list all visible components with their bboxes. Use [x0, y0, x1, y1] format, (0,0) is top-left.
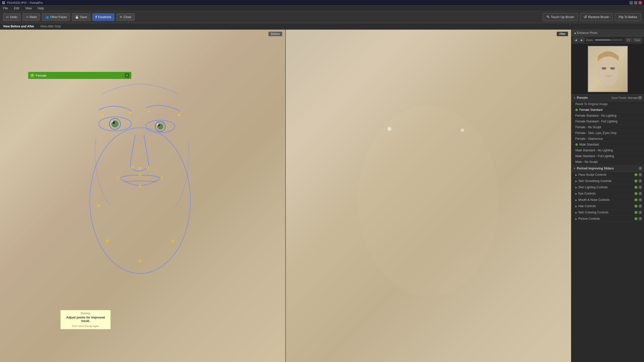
preset-male-dot — [575, 143, 578, 146]
slider-skin-smoothing[interactable]: ▶ Skin Smoothing Controls ? — [571, 178, 644, 184]
slider-picture-controls-label: Picture Controls — [578, 217, 634, 220]
svg-point-32 — [610, 67, 615, 70]
presets-actions: Save Preset Manage — [611, 96, 638, 99]
before-panel: ? Female × Dismiss Adjust points for imp… — [0, 30, 286, 362]
face-button[interactable]: Face — [633, 38, 642, 42]
touch-up-brush-label: Touch Up Brush — [551, 15, 574, 19]
svg-point-25 — [178, 114, 180, 116]
other-faces-button[interactable]: Other Faces — [42, 13, 70, 21]
slider-eye-controls-dot — [634, 192, 637, 195]
female-label-bar: ? Female × — [28, 72, 131, 79]
forward-button[interactable]: ▶ — [579, 37, 584, 42]
save-label: Save — [80, 15, 87, 19]
preset-item-female-full-lighting[interactable]: Female Standard - Full Lighting — [571, 119, 644, 124]
svg-point-27 — [387, 127, 391, 131]
enhance-photo-label: Enhance Photo — [577, 31, 597, 35]
restore-icon: ↺ — [584, 15, 587, 19]
preset-item-female-no-lighting[interactable]: Female Standard - No Lighting — [571, 113, 644, 119]
undo-button[interactable]: Undo — [3, 13, 21, 21]
svg-point-26 — [358, 105, 499, 296]
preset-item-female-glamorous[interactable]: Female - Glamorous — [571, 136, 644, 142]
redo-button[interactable]: Redo — [23, 13, 40, 21]
fit-button[interactable]: Fit — [626, 38, 632, 42]
menu-help[interactable]: Help — [37, 6, 45, 11]
preset-male-no-lighting-label: Male Standard - No Lighting — [575, 149, 613, 152]
svg-point-31 — [601, 67, 607, 70]
menu-file[interactable]: File — [2, 6, 9, 11]
zoom-slider[interactable] — [595, 39, 623, 40]
maximize-button[interactable]: □ — [634, 1, 637, 5]
menu-view[interactable]: View — [24, 6, 33, 11]
preset-item-reset[interactable]: Reset To Original Image — [571, 101, 644, 107]
manage-presets-button[interactable]: Manage — [628, 96, 638, 99]
zoom-label: Zoom — [586, 38, 593, 41]
menu-edit[interactable]: Edit — [13, 6, 20, 11]
female-bar-close-button[interactable]: × — [125, 73, 129, 78]
slider-skin-lighting-label: Skin Lighting Controls — [578, 186, 634, 189]
slider-mouth-nose-help[interactable]: ? — [638, 198, 642, 202]
thumbnail-nav: ◀ ▶ Zoom Fit Face — [571, 36, 644, 44]
enhance-photo-header: ◀ Enhance Photo — [571, 30, 644, 36]
close-label: Close — [124, 15, 131, 19]
facebook-button[interactable]: f Facebook — [92, 13, 114, 21]
svg-point-21 — [172, 240, 174, 242]
restore-brush-button[interactable]: ↺ Restore Brush — [580, 13, 613, 21]
female-label-text: Female — [36, 74, 47, 77]
dont-show-button[interactable]: Don't show this tip again — [63, 325, 108, 328]
flip-to-before-label: Flip To Before — [619, 15, 637, 19]
preset-item-male-standard[interactable]: Male Standard — [571, 142, 644, 148]
view-before-after-button[interactable]: View Before and After — [2, 24, 35, 29]
slider-skin-lighting-dot — [634, 186, 637, 189]
touch-up-brush-button[interactable]: ✎ Touch Up Brush — [543, 13, 578, 21]
view-after-only-button[interactable]: View After Only — [39, 24, 62, 29]
facebook-label: Facebook — [98, 15, 111, 19]
back-button[interactable]: ◀ — [573, 37, 578, 42]
preset-item-male-no-sculpt[interactable]: Male - No Sculpt — [571, 159, 644, 165]
slider-skin-smoothing-dot — [634, 179, 637, 183]
minimize-button[interactable]: _ — [629, 1, 633, 5]
save-preset-button[interactable]: Save Preset — [611, 96, 626, 99]
presets-help-icon[interactable]: ? — [638, 96, 642, 100]
slider-skin-coloring-help[interactable]: ? — [638, 211, 642, 214]
slider-skin-smoothing-help[interactable]: ? — [638, 179, 642, 183]
dismiss-button[interactable]: Dismiss — [63, 312, 108, 315]
slider-skin-lighting-help[interactable]: ? — [638, 186, 642, 189]
slider-hair-controls-help[interactable]: ? — [638, 204, 642, 208]
other-faces-label: Other Faces — [50, 15, 67, 19]
question-mark-icon[interactable]: ? — [30, 73, 34, 77]
preset-item-female-standard[interactable]: Female Standard — [571, 107, 644, 113]
slider-picture-controls-help[interactable]: ? — [638, 217, 642, 220]
undo-icon — [6, 15, 9, 19]
preset-item-male-no-lighting[interactable]: Male Standard - No Lighting — [571, 148, 644, 153]
slider-face-sculpt-help[interactable]: ? — [638, 173, 642, 176]
slider-skin-coloring[interactable]: ▶ Skin Coloring Controls ? — [571, 209, 644, 216]
preset-reset-label: Reset To Original Image — [575, 102, 608, 106]
save-button[interactable]: Save — [72, 13, 90, 21]
undo-label: Undo — [10, 15, 17, 19]
close-button[interactable]: Close — [116, 13, 135, 21]
preset-item-female-skin-lips[interactable]: Female - Skin, Lips, Eyes Only — [571, 130, 644, 136]
slider-picture-controls[interactable]: ▶ Picture Controls ? — [571, 216, 644, 222]
slider-chevron-icon: ▶ — [575, 173, 577, 176]
main-area: ? Female × Dismiss Adjust points for imp… — [0, 30, 644, 362]
sliders-help-icon[interactable]: ? — [638, 167, 642, 170]
slider-skin-coloring-label: Skin Coloring Controls — [578, 211, 634, 214]
slider-face-sculpt-label: Face Sculpt Controls — [578, 173, 634, 176]
slider-eye-controls-help[interactable]: ? — [638, 192, 642, 195]
thumbnail-image — [588, 46, 628, 92]
slider-hair-controls[interactable]: ▶ Hair Controls ? — [571, 203, 644, 209]
after-face-svg — [286, 30, 571, 362]
preset-item-female-no-sculpt[interactable]: Female - No Sculpt — [571, 124, 644, 130]
slider-skin-lighting[interactable]: ▶ Skin Lighting Controls ? — [571, 184, 644, 191]
slider-mouth-nose[interactable]: ▶ Mouth & Nose Controls ? — [571, 197, 644, 203]
window-controls: _ □ ✕ — [629, 1, 642, 5]
after-panel: After — [286, 30, 571, 362]
close-window-button[interactable]: ✕ — [638, 1, 642, 5]
after-label: After — [557, 32, 568, 36]
slider-eye-controls[interactable]: ▶ Eye Controls ? — [571, 191, 644, 197]
flip-to-before-button[interactable]: Flip To Before — [615, 13, 641, 21]
preset-item-male-full-lighting[interactable]: Male Standard - Full Lighting — [571, 153, 644, 159]
preset-male-no-sculpt-label: Male - No Sculpt — [575, 160, 598, 164]
slider-face-sculpt[interactable]: ▶ Face Sculpt Controls ? — [571, 172, 644, 178]
image-area: ? Female × Dismiss Adjust points for imp… — [0, 30, 571, 362]
